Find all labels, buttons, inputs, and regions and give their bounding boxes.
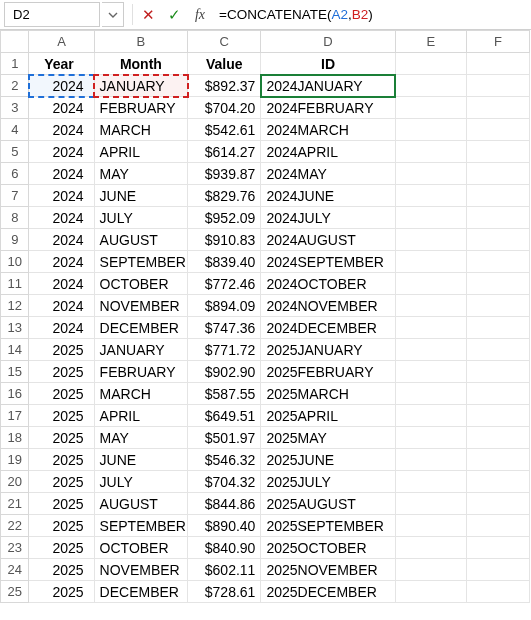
cell-month[interactable]: MAY	[94, 427, 188, 449]
formula-input[interactable]: =CONCATENATE(A2,B2)	[213, 0, 531, 29]
cell[interactable]	[466, 361, 529, 383]
cell[interactable]	[466, 339, 529, 361]
col-header-c[interactable]: C	[188, 31, 261, 53]
row-header[interactable]: 25	[1, 581, 29, 603]
cell-month[interactable]: DECEMBER	[94, 581, 188, 603]
cell[interactable]	[395, 141, 466, 163]
row-header[interactable]: 16	[1, 383, 29, 405]
cell-value[interactable]: $829.76	[188, 185, 261, 207]
row-header[interactable]: 22	[1, 515, 29, 537]
row-header[interactable]: 14	[1, 339, 29, 361]
cell-id[interactable]: 2025NOVEMBER	[261, 559, 395, 581]
cell-value[interactable]: $649.51	[188, 405, 261, 427]
cell-month[interactable]: JUNE	[94, 449, 188, 471]
cell-year[interactable]: 2024	[29, 185, 94, 207]
cell-month[interactable]: NOVEMBER	[94, 559, 188, 581]
cell-id[interactable]: 2025JUNE	[261, 449, 395, 471]
cell[interactable]	[466, 207, 529, 229]
cell[interactable]	[395, 515, 466, 537]
cell[interactable]	[466, 273, 529, 295]
cell[interactable]	[466, 295, 529, 317]
cell-header-id[interactable]: ID	[261, 53, 395, 75]
cell[interactable]	[395, 75, 466, 97]
cell[interactable]	[466, 75, 529, 97]
cell[interactable]	[395, 207, 466, 229]
cell-year[interactable]: 2025	[29, 581, 94, 603]
cell-month[interactable]: APRIL	[94, 405, 188, 427]
cell-month[interactable]: APRIL	[94, 141, 188, 163]
row-header[interactable]: 17	[1, 405, 29, 427]
cell[interactable]	[395, 229, 466, 251]
cell-year[interactable]: 2024	[29, 229, 94, 251]
cell-value[interactable]: $501.97	[188, 427, 261, 449]
cell-id[interactable]: 2025JANUARY	[261, 339, 395, 361]
row-header[interactable]: 15	[1, 361, 29, 383]
cell-month[interactable]: OCTOBER	[94, 537, 188, 559]
cell-id[interactable]: 2024JULY	[261, 207, 395, 229]
cell-year[interactable]: 2025	[29, 427, 94, 449]
cell-value[interactable]: $910.83	[188, 229, 261, 251]
cell-year[interactable]: 2024	[29, 295, 94, 317]
cell-id[interactable]: 2025OCTOBER	[261, 537, 395, 559]
cell[interactable]	[395, 97, 466, 119]
cell[interactable]	[466, 185, 529, 207]
row-header[interactable]: 20	[1, 471, 29, 493]
cell[interactable]	[395, 471, 466, 493]
row-header[interactable]: 12	[1, 295, 29, 317]
cell-value[interactable]: $728.61	[188, 581, 261, 603]
cell-month[interactable]: MAY	[94, 163, 188, 185]
cell-header-year[interactable]: Year	[29, 53, 94, 75]
cell[interactable]	[395, 339, 466, 361]
cell-id[interactable]: 2025DECEMBER	[261, 581, 395, 603]
cell[interactable]	[395, 361, 466, 383]
cell-id[interactable]: 2024NOVEMBER	[261, 295, 395, 317]
cell-year[interactable]: 2025	[29, 471, 94, 493]
insert-function-button[interactable]: fx	[187, 0, 213, 29]
cell-id[interactable]: 2025SEPTEMBER	[261, 515, 395, 537]
row-header[interactable]: 6	[1, 163, 29, 185]
row-header[interactable]: 18	[1, 427, 29, 449]
cell-year[interactable]: 2024	[29, 207, 94, 229]
cell[interactable]	[466, 427, 529, 449]
row-header[interactable]: 24	[1, 559, 29, 581]
select-all-corner[interactable]	[1, 31, 29, 53]
cell-value[interactable]: $587.55	[188, 383, 261, 405]
cell-year[interactable]: 2025	[29, 405, 94, 427]
accept-button[interactable]: ✓	[161, 0, 187, 29]
cell-value[interactable]: $602.11	[188, 559, 261, 581]
cell[interactable]	[395, 537, 466, 559]
cell[interactable]	[395, 581, 466, 603]
cell[interactable]	[395, 493, 466, 515]
cell-year[interactable]: 2025	[29, 515, 94, 537]
row-header[interactable]: 8	[1, 207, 29, 229]
cell[interactable]	[395, 53, 466, 75]
cell-year[interactable]: 2025	[29, 537, 94, 559]
cell[interactable]	[395, 251, 466, 273]
cell[interactable]	[466, 317, 529, 339]
cell[interactable]	[395, 559, 466, 581]
cell-year[interactable]: 2024	[29, 119, 94, 141]
spreadsheet-grid[interactable]: A B C D E F 1YearMonthValueID22024JANUAR…	[0, 30, 531, 603]
cell-value[interactable]: $894.09	[188, 295, 261, 317]
cell-month[interactable]: JANUARY	[94, 339, 188, 361]
cell[interactable]	[466, 229, 529, 251]
cell-year[interactable]: 2024	[29, 163, 94, 185]
row-header[interactable]: 4	[1, 119, 29, 141]
cell-value[interactable]: $747.36	[188, 317, 261, 339]
cell-id[interactable]: 2024OCTOBER	[261, 273, 395, 295]
cell-year[interactable]: 2025	[29, 361, 94, 383]
row-header[interactable]: 23	[1, 537, 29, 559]
cell[interactable]	[395, 163, 466, 185]
cell-id[interactable]: 2024JANUARY	[261, 75, 395, 97]
cell[interactable]	[466, 515, 529, 537]
cell[interactable]	[466, 559, 529, 581]
col-header-b[interactable]: B	[94, 31, 188, 53]
cell-year[interactable]: 2024	[29, 317, 94, 339]
cell[interactable]	[395, 317, 466, 339]
cell-id[interactable]: 2025AUGUST	[261, 493, 395, 515]
cell-id[interactable]: 2024SEPTEMBER	[261, 251, 395, 273]
cell-month[interactable]: MARCH	[94, 119, 188, 141]
cell-id[interactable]: 2024APRIL	[261, 141, 395, 163]
cell-month[interactable]: SEPTEMBER	[94, 515, 188, 537]
cell[interactable]	[395, 405, 466, 427]
